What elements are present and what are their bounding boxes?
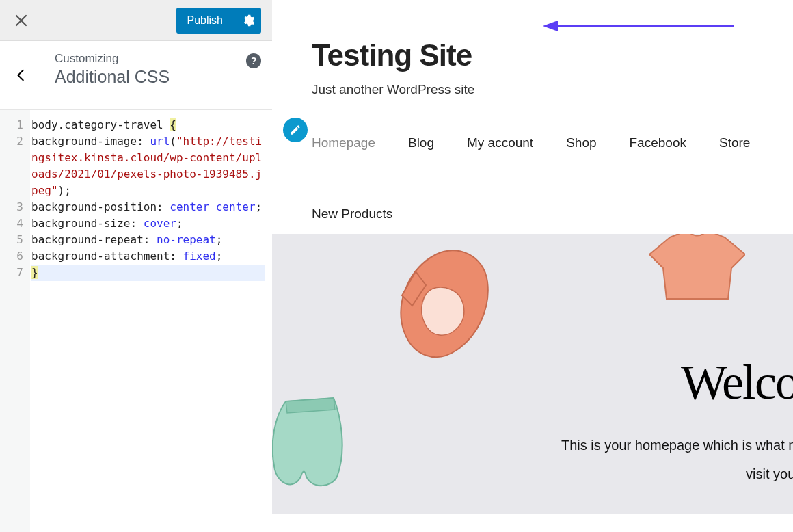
publish-button[interactable]: Publish xyxy=(176,8,261,34)
code-line[interactable]: } xyxy=(31,265,265,281)
tshirt-illustration xyxy=(649,234,745,306)
chevron-left-icon xyxy=(14,68,29,83)
gear-icon xyxy=(241,14,255,27)
section-title-wrap: Customizing Additional CSS ? xyxy=(42,41,272,109)
nav-item-new-products[interactable]: New Products xyxy=(312,207,392,221)
hero-section: Welco This is your homepage which is wha… xyxy=(272,234,793,514)
edit-shortcut-button[interactable] xyxy=(283,118,308,142)
code-line[interactable]: background-image: url("http://testingsit… xyxy=(31,133,265,199)
nav-item-my-account[interactable]: My account xyxy=(467,135,533,150)
close-icon xyxy=(13,12,29,29)
code-line[interactable]: background-attachment: fixed; xyxy=(31,248,265,265)
hero-subtitle-line1: This is your homepage which is what m xyxy=(561,438,793,453)
code-editor[interactable]: 1234567 body.category-travel {background… xyxy=(0,109,272,532)
nav-item-homepage[interactable]: Homepage xyxy=(312,135,375,150)
nav-item-store[interactable]: Store xyxy=(719,135,750,150)
code-line[interactable]: background-position: center center; xyxy=(31,199,265,215)
nav-item-shop[interactable]: Shop xyxy=(566,135,596,150)
pencil-icon xyxy=(289,124,301,136)
back-button[interactable] xyxy=(0,41,42,109)
secondary-nav: New Products xyxy=(272,207,793,222)
site-header: Testing Site Just another WordPress site xyxy=(272,0,793,97)
primary-nav: HomepageBlogMy accountShopFacebookStore xyxy=(272,135,793,150)
section-header: Customizing Additional CSS ? xyxy=(0,41,272,109)
publish-label: Publish xyxy=(176,14,234,27)
code-line[interactable]: background-size: cover; xyxy=(31,215,265,232)
section-title: Additional CSS xyxy=(55,67,261,87)
help-button[interactable]: ? xyxy=(246,53,261,68)
topbar-actions: Publish xyxy=(42,0,272,40)
preview-pane: Testing Site Just another WordPress site… xyxy=(272,0,793,532)
help-icon: ? xyxy=(251,55,257,66)
close-button[interactable] xyxy=(0,0,42,40)
code-gutter: 1234567 xyxy=(0,110,30,532)
hero-title: Welco xyxy=(681,354,793,411)
nav-item-blog[interactable]: Blog xyxy=(408,135,434,150)
code-line[interactable]: body.category-travel { xyxy=(31,117,265,133)
code-textarea[interactable]: body.category-travel {background-image: … xyxy=(30,110,272,532)
customizer-panel: Publish Customizing Additional CSS ? 123 xyxy=(0,0,272,532)
section-eyebrow: Customizing xyxy=(55,52,261,66)
hero-subtitle-line2: visit your xyxy=(746,466,793,482)
publish-settings-button[interactable] xyxy=(234,8,261,34)
site-title[interactable]: Testing Site xyxy=(312,38,793,72)
code-line[interactable]: background-repeat: no-repeat; xyxy=(31,232,265,248)
shorts-illustration xyxy=(272,395,347,490)
site-tagline: Just another WordPress site xyxy=(312,82,793,97)
nav-item-facebook[interactable]: Facebook xyxy=(630,135,686,150)
customizer-topbar: Publish xyxy=(0,0,272,41)
hoodie-illustration xyxy=(395,248,498,364)
